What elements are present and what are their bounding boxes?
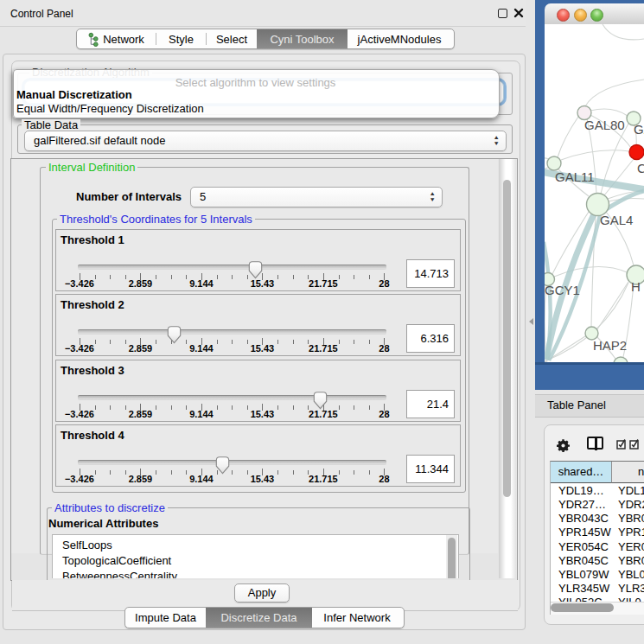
svg-text:GAL4: GAL4 [600, 213, 633, 227]
svg-text:HAP2: HAP2 [593, 338, 627, 353]
svg-text:GAL11: GAL11 [555, 169, 595, 184]
svg-text:GCY1: GCY1 [545, 283, 580, 297]
svg-text:GA: GA [634, 122, 644, 137]
svg-text:H: H [631, 279, 641, 294]
svg-text:GAL80: GAL80 [584, 118, 625, 132]
svg-text:C: C [637, 161, 644, 175]
